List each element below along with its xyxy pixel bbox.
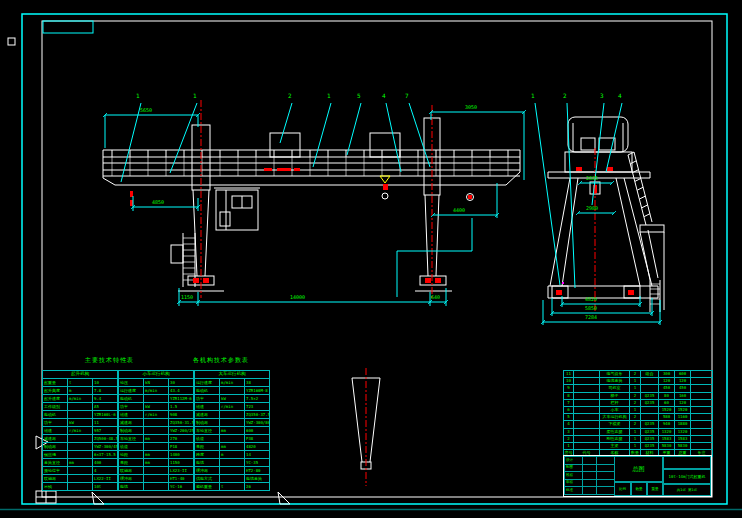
dim-left-cantilever: 5650: [140, 108, 152, 113]
bom-cell: [691, 371, 713, 378]
spec-cell: 908: [169, 411, 194, 419]
bom-cell: 1583: [675, 435, 691, 442]
spec-cell: 电动机: [195, 387, 220, 395]
bom-cell: 1: [630, 442, 641, 449]
spec-cell: 跨度: [195, 451, 220, 459]
balloon-label: 4: [618, 93, 622, 99]
spec-cell: 10t: [93, 483, 118, 491]
bom-table: 11电气设备2组合30060010电缆卷筒11201209司机室14504508…: [563, 370, 713, 457]
bom-cell: 9: [564, 385, 574, 392]
bom-grid: 11电气设备2组合30060010电缆卷筒11201209司机室14504508…: [563, 370, 713, 457]
dim-rail-left: 1150: [181, 295, 193, 300]
bom-cell: [574, 378, 600, 385]
bom-cell: 160: [675, 392, 691, 399]
spec-cell: 基距: [119, 459, 144, 467]
bom-cell: Q235: [641, 442, 659, 449]
bom-cell: 580: [659, 414, 675, 421]
sig-blank: [597, 464, 615, 472]
spec-cell: 轮距: [119, 451, 144, 459]
balloon-label: 1: [136, 93, 140, 99]
bom-cell: [641, 385, 659, 392]
spec-group-title: 小车运行机构: [119, 371, 194, 379]
spec-cell: 723: [245, 403, 270, 411]
spec-cell: 功率: [43, 419, 68, 427]
spec-cell: 供电方式: [195, 475, 220, 483]
spec-cell: 转速: [119, 411, 144, 419]
spec-cell: 运行速度: [119, 387, 144, 395]
bom-cell: [641, 406, 659, 413]
spec-cell: 1.5: [169, 403, 194, 411]
spec-cell: 9.4: [93, 395, 118, 403]
title-block: 设计制图校核审核批准 总图 比例 数量 重量 10t-14m门式起重机 共1张 …: [563, 455, 712, 497]
spec-cell: mm: [144, 451, 169, 459]
spec-cell: P18: [169, 443, 194, 451]
spec-cell: 转速: [195, 403, 220, 411]
spec-cell: 起升高度: [43, 387, 68, 395]
bom-cell: 10: [564, 378, 574, 385]
product-name-cell: 10t-14m门式起重机: [663, 469, 711, 484]
dim-right-gap: 4400: [453, 208, 465, 213]
sig-blank: [583, 464, 597, 472]
spec-cell: [144, 475, 169, 483]
spec-cell: LX22-II: [93, 475, 118, 483]
right-leg: [415, 195, 452, 291]
spec-cell: 减速器: [119, 419, 144, 427]
spec-cell: 减速器: [195, 411, 220, 419]
bom-cell: [691, 385, 713, 392]
dim-left-height: 4850: [152, 200, 164, 205]
bom-cell: 1160: [675, 414, 691, 421]
spec-cell: 1150: [169, 459, 194, 467]
bom-cell: 600: [675, 371, 691, 378]
spec-cell: ZQ350-31.5: [169, 419, 194, 427]
spec-cell: LX23-II: [169, 467, 194, 475]
spec-cell: [68, 483, 93, 491]
sig-blank: [597, 479, 615, 487]
spec-cell: [68, 443, 93, 451]
spec-table-title-right: 各机构技术参数表: [193, 357, 249, 363]
spec-cell: kW: [68, 419, 93, 427]
bom-cell: 450: [675, 385, 691, 392]
spec-cell: YZR160L-6: [93, 411, 118, 419]
spec-cell: 功率: [119, 403, 144, 411]
spec-cell: 吊钩: [43, 483, 68, 491]
dim-end-b: 2980: [586, 206, 598, 211]
spec-cell: 缓冲器: [195, 467, 220, 475]
dimension-lines: [103, 110, 662, 325]
bom-cell: 2: [630, 392, 641, 399]
bom-cell: 栏杆: [600, 399, 630, 406]
bom-cell: Q235: [641, 435, 659, 442]
spec-cell: 卷筒直径: [43, 459, 68, 467]
spec-cell: 43.4: [169, 387, 194, 395]
bom-cell: 1520: [659, 406, 675, 413]
spec-table-title-left: 主要技术特性表: [85, 357, 134, 363]
sig-label: 审核: [565, 479, 583, 487]
spec-cell: YC-16: [169, 483, 194, 491]
spec-cell: ZQ500-48.57: [93, 435, 118, 443]
spec-cell: 270: [169, 435, 194, 443]
spec-cell: t: [68, 379, 93, 387]
spec-cell: 30: [169, 379, 194, 387]
bom-cell: [641, 378, 659, 385]
spec-cell: 电缆: [195, 459, 220, 467]
spec-cell: [220, 419, 245, 427]
sig-label: 制图: [565, 464, 583, 472]
spec-cell: [68, 451, 93, 459]
operator-cab: [214, 188, 260, 230]
spec-cell: 4820: [245, 443, 270, 451]
bom-cell: 1320: [659, 428, 675, 435]
spec-cell: [220, 475, 245, 483]
spec-cell: 运行速度: [195, 379, 220, 387]
spec-cell: 10: [93, 379, 118, 387]
bom-cell: 1: [630, 378, 641, 385]
spec-cell: m/min: [144, 387, 169, 395]
dim-right-section: 3050: [465, 105, 477, 110]
bom-cell: 80: [659, 392, 675, 399]
bom-cell: [691, 392, 713, 399]
spec-cell: mm: [144, 459, 169, 467]
bom-cell: 5830: [659, 442, 675, 449]
balloon-label: 1: [531, 93, 535, 99]
spec-cell: [68, 475, 93, 483]
spec-cell: r/min: [68, 427, 93, 435]
balloon-label: 1: [193, 93, 197, 99]
spec-cell: 电缆卷筒: [245, 475, 270, 483]
